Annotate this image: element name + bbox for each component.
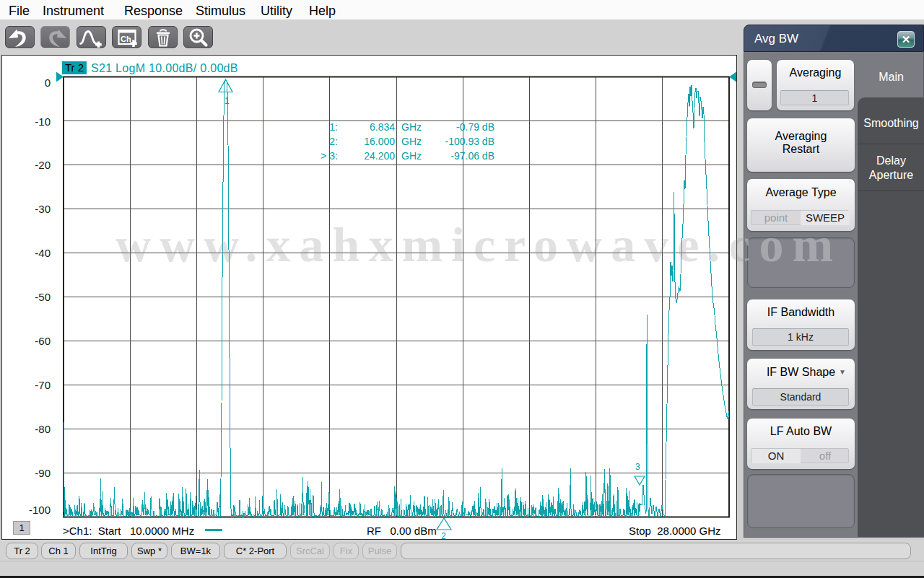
svg-text:Ch: Ch	[121, 35, 131, 43]
